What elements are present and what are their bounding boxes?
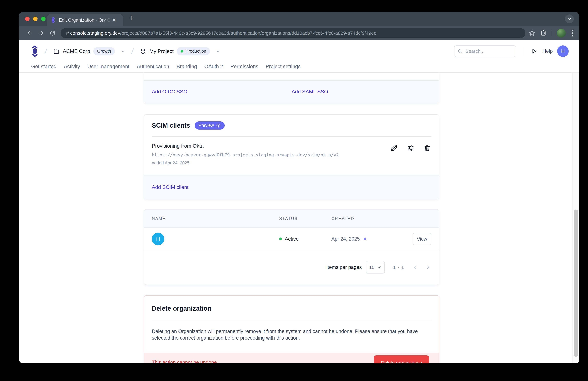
active-tab[interactable]: Edit Organization - Ory Conso ✕ bbox=[47, 14, 123, 26]
chevron-down-icon bbox=[121, 49, 125, 53]
toolbar-right bbox=[528, 29, 574, 38]
browser-toolbar: console.staging.ory.dev/projects/d087b7a… bbox=[19, 26, 579, 40]
scrollbar-thumb[interactable] bbox=[574, 209, 578, 357]
delete-description: Deleting an Organization will permanentl… bbox=[152, 328, 430, 341]
table-header: NAME STATUS CREATED bbox=[144, 209, 439, 228]
delete-trash-icon[interactable] bbox=[423, 144, 431, 152]
page-content: Add OIDC SSO Add SAML SSO SCIM clients P… bbox=[19, 73, 579, 363]
items-per-page-label: Items per pages bbox=[326, 264, 362, 270]
created-cell: Apr 24, 2025 bbox=[331, 228, 366, 250]
chevron-down-icon bbox=[216, 49, 220, 53]
header-actions: Help H bbox=[454, 45, 569, 57]
project-name: My Project bbox=[149, 48, 173, 54]
previous-page-button[interactable] bbox=[413, 265, 418, 270]
fullscreen-window-button[interactable] bbox=[41, 17, 45, 21]
add-scim-client-link[interactable]: Add SCIM client bbox=[152, 184, 189, 190]
site-settings-icon[interactable] bbox=[65, 31, 70, 36]
scim-card-title: SCIM clients bbox=[152, 122, 190, 129]
tab-activity[interactable]: Activity bbox=[64, 64, 80, 73]
reload-button[interactable] bbox=[49, 30, 56, 37]
bookmark-star-icon[interactable] bbox=[528, 30, 535, 37]
configure-sliders-icon[interactable] bbox=[407, 144, 415, 152]
search-input[interactable] bbox=[465, 48, 513, 54]
help-link[interactable]: Help bbox=[543, 48, 553, 54]
preview-badge: Preview bbox=[195, 121, 225, 130]
search-input-wrapper[interactable] bbox=[454, 45, 516, 57]
tab-get-started[interactable]: Get started bbox=[31, 64, 56, 73]
sso-card: Add OIDC SSO Add SAML SSO bbox=[144, 73, 440, 103]
project-switcher[interactable]: My Project Production bbox=[140, 47, 220, 55]
chevron-down-icon bbox=[377, 265, 381, 269]
delete-card-footer: This action cannot be undone. Delete org… bbox=[144, 353, 439, 363]
ory-favicon bbox=[51, 17, 56, 23]
close-window-button[interactable] bbox=[25, 17, 30, 21]
plan-badge: Growth bbox=[93, 47, 115, 55]
add-oidc-sso-link[interactable]: Add OIDC SSO bbox=[152, 89, 187, 95]
scim-card-footer: Add SCIM client bbox=[144, 175, 439, 199]
address-bar[interactable]: console.staging.ory.dev/projects/d087b7a… bbox=[61, 28, 525, 38]
browser-menu-icon[interactable] bbox=[571, 30, 574, 37]
url-text: console.staging.ory.dev/projects/d087b7a… bbox=[70, 30, 377, 36]
folder-icon bbox=[53, 48, 60, 54]
status-dot bbox=[279, 238, 282, 240]
back-button[interactable] bbox=[26, 30, 33, 37]
test-connection-icon[interactable] bbox=[390, 144, 398, 152]
view-button[interactable]: View bbox=[413, 233, 431, 245]
chevron-down-icon bbox=[567, 17, 572, 21]
date-indicator-dot bbox=[364, 238, 366, 240]
tab-oauth2[interactable]: OAuth 2 bbox=[204, 64, 223, 73]
scim-client-row: Provisioning from Okta https://busy-beav… bbox=[152, 143, 431, 166]
window-controls bbox=[25, 17, 45, 21]
status-dot bbox=[181, 50, 183, 53]
scim-client-added: added Apr 24, 2025 bbox=[152, 161, 431, 166]
table-pagination: Items per pages 10 1 - 1 bbox=[144, 250, 439, 285]
organization-table-card: NAME STATUS CREATED H Active Apr 24, 202… bbox=[144, 209, 440, 285]
breadcrumb-separator: / bbox=[131, 47, 134, 55]
ory-logo[interactable] bbox=[31, 45, 39, 57]
add-saml-sso-link[interactable]: Add SAML SSO bbox=[292, 89, 328, 95]
next-page-button[interactable] bbox=[425, 265, 431, 270]
browser-window: Edit Organization - Ory Conso ✕ + con bbox=[19, 12, 579, 363]
forward-button[interactable] bbox=[38, 30, 44, 37]
search-icon bbox=[457, 49, 462, 54]
tab-project-settings[interactable]: Project settings bbox=[266, 64, 301, 73]
minimize-window-button[interactable] bbox=[33, 17, 38, 21]
tab-branding[interactable]: Branding bbox=[177, 64, 197, 73]
package-icon bbox=[140, 48, 146, 54]
tab-close-icon[interactable]: ✕ bbox=[112, 18, 116, 22]
header-divider bbox=[523, 47, 523, 56]
app-header: / ACME Corp Growth / bbox=[19, 40, 579, 73]
pagination-range: 1 - 1 bbox=[393, 265, 404, 270]
breadcrumb: / ACME Corp Growth / bbox=[31, 40, 220, 62]
browser-profile-avatar[interactable] bbox=[557, 29, 566, 38]
table-row: H Active Apr 24, 2025 View bbox=[144, 228, 439, 250]
workspace-switcher[interactable]: ACME Corp Growth bbox=[53, 47, 125, 55]
scim-client-name: Provisioning from Okta bbox=[152, 143, 431, 149]
toolbar-divider bbox=[552, 30, 552, 37]
tab-user-management[interactable]: User management bbox=[87, 64, 129, 73]
ory-console-app: / ACME Corp Growth / bbox=[19, 40, 579, 363]
project-nav: Get started Activity User management Aut… bbox=[31, 64, 301, 73]
question-circle-icon[interactable] bbox=[216, 123, 221, 128]
scrollbar-track[interactable] bbox=[572, 73, 579, 363]
column-status: STATUS bbox=[279, 209, 298, 227]
extensions-icon[interactable] bbox=[540, 30, 547, 37]
scim-client-url: https://busy-beaver-gqwvd0fb79.projects.… bbox=[152, 153, 431, 157]
user-avatar[interactable]: H bbox=[557, 45, 569, 57]
tab-permissions[interactable]: Permissions bbox=[231, 64, 258, 73]
tab-search-button[interactable] bbox=[565, 14, 574, 23]
delete-organization-card: Delete organization Deleting an Organiza… bbox=[144, 295, 440, 363]
new-tab-button[interactable]: + bbox=[129, 14, 133, 22]
tab-bar: Edit Organization - Ory Conso ✕ + bbox=[19, 12, 579, 26]
run-playground-icon[interactable] bbox=[531, 48, 537, 54]
delete-warning-text: This action cannot be undone. bbox=[152, 359, 218, 363]
column-name: NAME bbox=[152, 209, 166, 227]
status-cell: Active bbox=[279, 228, 299, 250]
items-per-page-select[interactable]: 10 bbox=[366, 261, 385, 273]
delete-card-title: Delete organization bbox=[152, 305, 431, 312]
tab-authentication[interactable]: Authentication bbox=[137, 64, 169, 73]
row-avatar: H bbox=[152, 233, 164, 245]
scim-clients-card: SCIM clients Preview Provisioning from O… bbox=[144, 114, 440, 199]
delete-organization-button[interactable]: Delete organization bbox=[374, 355, 429, 363]
divider bbox=[152, 136, 431, 136]
